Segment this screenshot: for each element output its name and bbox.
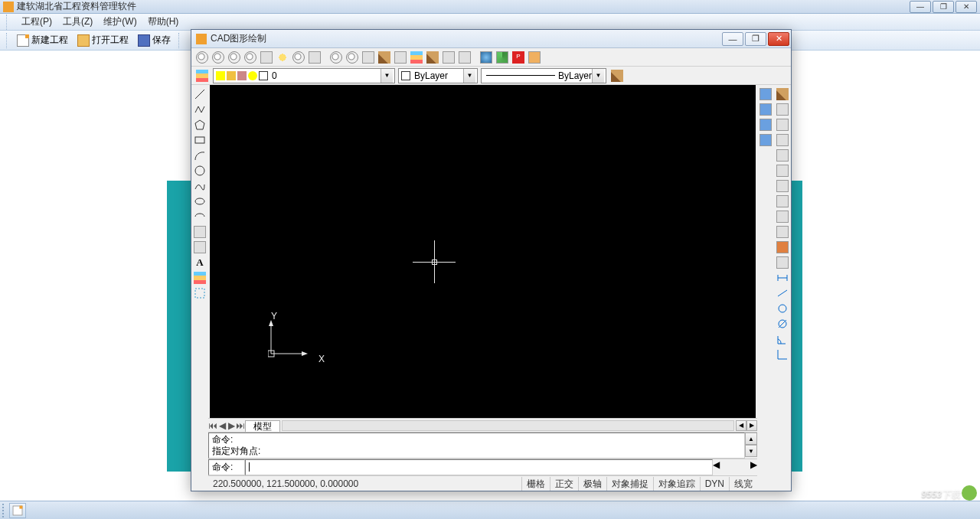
zoom-realtime-button[interactable] <box>275 50 290 65</box>
cad-close-button[interactable]: ✕ <box>768 32 789 46</box>
line-tool[interactable] <box>192 86 207 102</box>
dim-linear-tool[interactable] <box>775 270 790 286</box>
circle-tool[interactable] <box>192 163 207 178</box>
tab-model[interactable]: 模型 <box>245 420 280 432</box>
ellipse-tool[interactable] <box>192 194 207 209</box>
regen-button[interactable] <box>361 50 376 65</box>
dim-ordinate-tool[interactable] <box>775 347 790 362</box>
extend-tool[interactable] <box>775 194 790 209</box>
menu-project[interactable]: 工程(P) <box>21 15 52 28</box>
close-button[interactable]: ✕ <box>956 1 977 13</box>
cmd-scroll-up[interactable]: ▲ <box>745 432 757 445</box>
new-project-button[interactable]: 新建工程 <box>14 32 71 48</box>
chamfer-tool[interactable] <box>775 255 790 270</box>
cmd-scroll-down[interactable]: ▼ <box>745 445 757 457</box>
spline-tool[interactable] <box>192 178 207 194</box>
rectangle-tool[interactable] <box>192 132 207 148</box>
open-project-button[interactable]: 打开工程 <box>74 32 132 48</box>
menu-maintain[interactable]: 维护(W) <box>103 15 136 28</box>
explode-tool[interactable] <box>775 240 790 255</box>
coordinate-readout[interactable]: 220.500000, 121.500000, 0.000000 <box>208 478 521 489</box>
render-button[interactable] <box>393 50 408 65</box>
tab-nav-first[interactable]: ⏮ <box>208 420 217 431</box>
linetype-button[interactable] <box>609 68 625 83</box>
export-pdf-button[interactable]: P <box>511 50 526 65</box>
refresh-button[interactable] <box>495 50 510 65</box>
zoom-dynamic-button[interactable] <box>345 50 360 65</box>
copy-tool[interactable] <box>758 86 773 102</box>
layer-dropdown[interactable]: 0 ▼ <box>213 68 395 83</box>
ellipse-arc-tool[interactable] <box>192 209 207 224</box>
tab-nav-last[interactable]: ⏭ <box>236 420 245 431</box>
hscroll-right[interactable]: ▶ <box>746 420 757 431</box>
offset-tool[interactable] <box>758 132 773 148</box>
make-block-tool[interactable] <box>192 240 207 255</box>
dim-angular-tool[interactable] <box>775 331 790 347</box>
undo-button[interactable] <box>441 50 456 65</box>
maximize-button[interactable]: ❐ <box>933 1 954 13</box>
rotate-tool[interactable] <box>775 132 790 148</box>
cmd-hscroll-left[interactable]: ◀ <box>713 459 720 475</box>
menu-help[interactable]: 帮助(H) <box>148 15 179 28</box>
minimize-button[interactable]: — <box>910 1 931 13</box>
redo-button[interactable] <box>457 50 472 65</box>
dim-diameter-tool[interactable] <box>775 316 790 331</box>
polyline-tool[interactable] <box>192 102 207 117</box>
zoom-window-button[interactable] <box>194 50 210 65</box>
break-tool[interactable] <box>775 209 790 224</box>
arc-tool[interactable] <box>192 148 207 163</box>
zoom-scale-button[interactable] <box>291 50 306 65</box>
match-prop-button[interactable] <box>425 50 440 65</box>
main-titlebar[interactable]: 建软湖北省工程资料管理软件 — ❐ ✕ <box>0 0 980 14</box>
mode-osnap[interactable]: 对象捕捉 <box>606 477 653 491</box>
mode-polar[interactable]: 极轴 <box>578 477 606 491</box>
hatch-tool[interactable] <box>192 270 207 286</box>
zoom-center-button[interactable] <box>328 50 344 65</box>
copy-multiple-tool[interactable] <box>758 102 773 117</box>
mode-ortho[interactable]: 正交 <box>550 477 578 491</box>
cad-titlebar[interactable]: CAD图形绘制 — ❐ ✕ <box>191 30 791 48</box>
mode-otrack[interactable]: 对象追踪 <box>653 477 700 491</box>
mirror-tool[interactable] <box>758 117 773 132</box>
save-button[interactable]: 保存 <box>135 32 174 48</box>
region-tool[interactable] <box>192 286 207 301</box>
zoom-out-button[interactable] <box>227 50 242 65</box>
dim-aligned-tool[interactable] <box>775 286 790 301</box>
zoom-extents-button[interactable] <box>243 50 258 65</box>
text-tool[interactable]: A <box>192 255 207 270</box>
erase-tool[interactable] <box>775 86 790 102</box>
mode-grid[interactable]: 栅格 <box>521 477 550 491</box>
zoom-in-button[interactable] <box>211 50 226 65</box>
drawing-canvas[interactable]: Y X <box>210 85 756 418</box>
taskbar-item[interactable] <box>9 503 26 518</box>
command-input[interactable] <box>245 459 713 475</box>
dim-radius-tool[interactable] <box>775 301 790 316</box>
zoom-previous-button[interactable] <box>259 50 274 65</box>
break2-tool[interactable] <box>775 224 790 240</box>
menu-tools[interactable]: 工具(Z) <box>63 15 93 28</box>
tab-nav-prev[interactable]: ◀ <box>217 420 227 431</box>
lineweight-dropdown[interactable]: ByLayer ▼ <box>481 68 606 83</box>
array-tool[interactable] <box>775 102 790 117</box>
mode-dyn[interactable]: DYN <box>700 477 729 491</box>
cad-minimize-button[interactable]: — <box>722 32 743 46</box>
mode-lineweight[interactable]: 线宽 <box>729 477 757 491</box>
cad-maximize-button[interactable]: ❐ <box>745 32 766 46</box>
hscroll-track[interactable] <box>282 420 734 431</box>
insert-block-tool[interactable] <box>192 224 207 240</box>
cmd-hscroll-track[interactable] <box>720 459 750 475</box>
polygon-tool[interactable] <box>192 117 207 132</box>
trim-tool[interactable] <box>775 178 790 194</box>
cmd-hscroll-right[interactable]: ▶ <box>750 459 757 475</box>
export-image-button[interactable] <box>527 50 542 65</box>
stretch-tool[interactable] <box>775 163 790 178</box>
move-tool[interactable] <box>775 117 790 132</box>
tab-nav-next[interactable]: ▶ <box>227 420 236 431</box>
scale-tool[interactable] <box>775 148 790 163</box>
pan-button[interactable] <box>307 50 322 65</box>
hscroll-left[interactable]: ◀ <box>736 420 746 431</box>
color-dropdown[interactable]: ByLayer ▼ <box>398 68 478 83</box>
globe-button[interactable] <box>479 50 494 65</box>
command-history[interactable]: 命令: 指定对角点: <box>208 432 745 459</box>
gradient-button[interactable] <box>409 50 424 65</box>
